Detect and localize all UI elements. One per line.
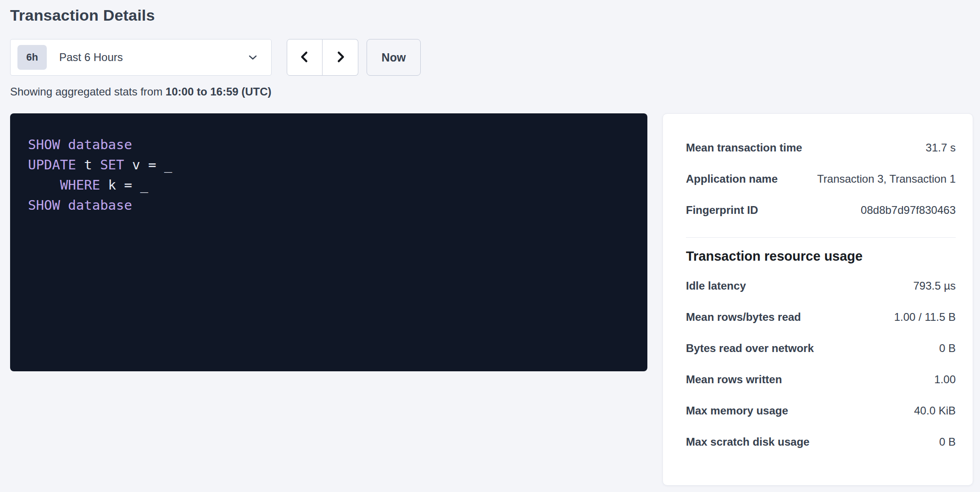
sql-token-keyword: WHERE xyxy=(60,177,100,193)
time-controls: 6h Past 6 Hours xyxy=(10,39,973,76)
sql-token-keyword: SHOW database xyxy=(28,197,132,213)
stat-row: Bytes read over network 0 B xyxy=(686,333,956,364)
stat-label: Fingerprint ID xyxy=(686,204,767,217)
stat-label: Max scratch disk usage xyxy=(686,436,819,448)
sql-token-keyword: SHOW database xyxy=(28,137,132,152)
resource-usage-heading: Transaction resource usage xyxy=(686,249,956,264)
stat-label: Application name xyxy=(686,173,787,185)
stat-value: 1.00 / 11.5 B xyxy=(894,311,956,324)
sql-token-plain: k = _ xyxy=(100,177,148,193)
page-title: Transaction Details xyxy=(10,6,973,24)
stat-value: 08d8b7d97f830463 xyxy=(861,204,956,217)
transaction-summary-rows: Mean transaction time 31.7 s Application… xyxy=(686,132,956,226)
stat-row: Mean transaction time 31.7 s xyxy=(686,132,956,163)
divider xyxy=(686,237,956,238)
stat-value: 0 B xyxy=(939,436,956,448)
chevron-left-icon xyxy=(298,49,312,66)
stat-value: 793.5 µs xyxy=(913,280,956,292)
stat-row: Fingerprint ID 08d8b7d97f830463 xyxy=(686,195,956,226)
transaction-details-page: Transaction Details 6h Past 6 Hours xyxy=(0,0,980,486)
stat-label: Bytes read over network xyxy=(686,342,823,355)
sql-code: SHOW databaseUPDATE t SET v = _ WHERE k … xyxy=(28,134,629,215)
stat-row: Mean rows/bytes read 1.00 / 11.5 B xyxy=(686,302,956,333)
next-range-button[interactable] xyxy=(323,39,358,76)
stat-label: Mean transaction time xyxy=(686,141,811,154)
summary-prefix: Showing aggregated stats from xyxy=(10,85,166,98)
stat-row: Mean rows written 1.00 xyxy=(686,364,956,395)
time-range-badge: 6h xyxy=(17,45,47,70)
chevron-down-icon xyxy=(246,51,259,64)
transaction-details-card: Mean transaction time 31.7 s Application… xyxy=(663,113,973,486)
chevron-right-icon xyxy=(334,49,347,66)
stat-value: 31.7 s xyxy=(926,141,956,154)
stat-value: 0 B xyxy=(939,342,956,355)
summary-range: 10:00 to 16:59 (UTC) xyxy=(166,85,272,98)
stat-value: 40.0 KiB xyxy=(914,404,956,417)
sql-token-keyword: UPDATE xyxy=(28,157,76,173)
prev-range-button[interactable] xyxy=(287,39,323,76)
stat-value: Transaction 3, Transaction 1 xyxy=(817,173,956,185)
time-range-nav xyxy=(287,39,358,76)
now-button[interactable]: Now xyxy=(367,39,421,76)
sql-token-plain xyxy=(28,177,60,193)
stat-label: Max memory usage xyxy=(686,404,797,417)
stat-label: Idle latency xyxy=(686,280,755,292)
stat-value: 1.00 xyxy=(934,373,956,386)
sql-token-keyword: SET xyxy=(100,157,124,173)
stat-row: Max scratch disk usage 0 B xyxy=(686,426,956,458)
sql-statement-box: SHOW databaseUPDATE t SET v = _ WHERE k … xyxy=(10,113,647,371)
main-content: SHOW databaseUPDATE t SET v = _ WHERE k … xyxy=(10,113,973,486)
aggregated-stats-summary: Showing aggregated stats from 10:00 to 1… xyxy=(10,85,973,98)
stat-label: Mean rows written xyxy=(686,373,791,386)
sql-token-plain: v = _ xyxy=(124,157,173,173)
sql-token-plain: t xyxy=(76,157,100,173)
stat-row: Max memory usage 40.0 KiB xyxy=(686,395,956,426)
stat-row: Application name Transaction 3, Transact… xyxy=(686,163,956,195)
stat-label: Mean rows/bytes read xyxy=(686,311,810,324)
time-range-label: Past 6 Hours xyxy=(59,51,123,64)
time-range-dropdown[interactable]: 6h Past 6 Hours xyxy=(10,39,272,76)
resource-usage-rows: Idle latency 793.5 µs Mean rows/bytes re… xyxy=(686,270,956,458)
stat-row: Idle latency 793.5 µs xyxy=(686,270,956,302)
